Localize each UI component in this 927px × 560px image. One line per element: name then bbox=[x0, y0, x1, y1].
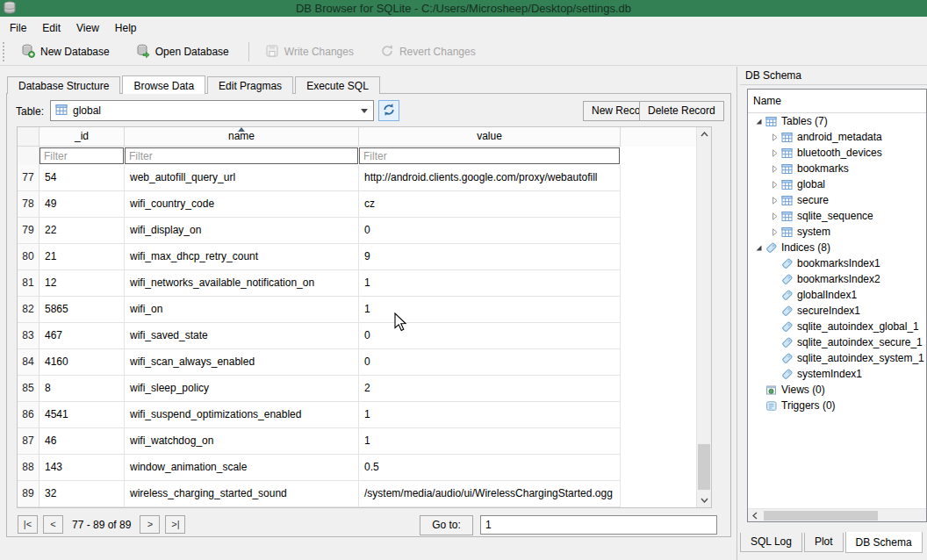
tree-item-views-0[interactable]: Views (0) bbox=[748, 382, 926, 398]
cell-value[interactable]: cz bbox=[359, 191, 621, 218]
cell-id[interactable]: 54 bbox=[40, 165, 125, 191]
table-row[interactable]: 86 4541 wifi_suspend_optimizations_enabl… bbox=[18, 402, 696, 428]
goto-button[interactable]: Go to: bbox=[420, 515, 473, 535]
db-schema-dock-title[interactable]: DB Schema bbox=[740, 68, 927, 85]
row-number[interactable]: 86 bbox=[18, 402, 40, 428]
title-bar[interactable]: DB Browser for SQLite - C:/Users/Microsh… bbox=[0, 0, 927, 17]
row-number[interactable]: 77 bbox=[18, 165, 40, 191]
cell-id[interactable]: 143 bbox=[40, 455, 125, 481]
menu-help[interactable]: Help bbox=[107, 19, 145, 37]
cell-value[interactable]: 0 bbox=[359, 218, 621, 244]
filter-input-id[interactable] bbox=[40, 147, 124, 164]
tab-edit-pragmas[interactable]: Edit Pragmas bbox=[207, 76, 293, 94]
cell-value[interactable]: 1 bbox=[359, 270, 621, 297]
cell-id[interactable]: 467 bbox=[40, 323, 125, 349]
cell-id[interactable]: 8 bbox=[40, 376, 125, 402]
table-row[interactable]: 80 21 wifi_max_dhcp_retry_count 9 bbox=[18, 244, 696, 270]
cell-id[interactable]: 12 bbox=[40, 270, 125, 297]
row-number[interactable]: 80 bbox=[18, 244, 40, 270]
cell-value[interactable]: 9 bbox=[359, 244, 621, 270]
cell-name[interactable]: window_animation_scale bbox=[125, 455, 359, 481]
scrollbar-thumb[interactable] bbox=[698, 444, 710, 490]
new-database-button[interactable]: New Database bbox=[12, 39, 119, 65]
filter-input-value[interactable] bbox=[359, 147, 620, 164]
cell-name[interactable]: wifi_max_dhcp_retry_count bbox=[125, 244, 359, 270]
cell-id[interactable]: 4160 bbox=[40, 349, 125, 376]
h-scrollbar-thumb[interactable] bbox=[764, 511, 878, 521]
last-page-button[interactable]: >| bbox=[165, 515, 185, 534]
tree-item-sqlite-autoindex-secure-1[interactable]: sqlite_autoindex_secure_1 bbox=[748, 334, 926, 350]
row-number[interactable]: 79 bbox=[18, 218, 40, 244]
row-number[interactable]: 78 bbox=[18, 191, 40, 218]
collapse-arrow-icon[interactable] bbox=[753, 244, 765, 252]
expand-arrow-icon[interactable] bbox=[769, 197, 780, 205]
tree-item-bookmarksindex2[interactable]: bookmarksIndex2 bbox=[748, 271, 926, 287]
cell-id[interactable]: 4541 bbox=[40, 402, 125, 428]
tree-item-bookmarksindex1[interactable]: bookmarksIndex1 bbox=[748, 255, 926, 271]
row-number[interactable]: 89 bbox=[18, 481, 40, 507]
row-number[interactable]: 82 bbox=[18, 297, 40, 323]
table-row[interactable]: 78 49 wifi_country_code cz bbox=[18, 191, 696, 218]
row-number[interactable]: 88 bbox=[18, 455, 40, 481]
expand-arrow-icon[interactable] bbox=[769, 133, 780, 141]
cell-id[interactable]: 5865 bbox=[40, 297, 125, 323]
tree-item-systemindex1[interactable]: systemIndex1 bbox=[748, 366, 926, 382]
filter-input-name[interactable] bbox=[125, 147, 358, 164]
cell-name[interactable]: wifi_on bbox=[125, 297, 359, 323]
goto-record-input[interactable] bbox=[480, 515, 717, 535]
tree-item-bookmarks[interactable]: bookmarks bbox=[748, 161, 926, 176]
cell-name[interactable]: wifi_networks_available_notification_on bbox=[125, 270, 359, 297]
table-row[interactable]: 89 32 wireless_charging_started_sound /s… bbox=[18, 481, 696, 507]
table-row[interactable]: 79 22 wifi_display_on 0 bbox=[18, 218, 696, 244]
column-header-name[interactable]: name bbox=[125, 127, 359, 147]
table-row[interactable]: 84 4160 wifi_scan_always_enabled 0 bbox=[18, 349, 696, 376]
tree-item-android-metadata[interactable]: android_metadata bbox=[748, 129, 926, 145]
table-row[interactable]: 87 46 wifi_watchdog_on 1 bbox=[18, 428, 696, 455]
cell-id[interactable]: 21 bbox=[40, 244, 125, 270]
cell-id[interactable]: 49 bbox=[40, 191, 125, 218]
tree-item-indices-8[interactable]: Indices (8) bbox=[748, 240, 926, 255]
cell-name[interactable]: wifi_saved_state bbox=[125, 323, 359, 349]
cell-value[interactable]: 2 bbox=[359, 376, 621, 402]
tree-item-tables-7[interactable]: Tables (7) bbox=[748, 113, 926, 129]
tree-column-header[interactable]: Name bbox=[748, 90, 926, 113]
tab-browse-data[interactable]: Browse Data bbox=[122, 75, 205, 94]
table-row[interactable]: 85 8 wifi_sleep_policy 2 bbox=[18, 376, 696, 402]
cell-value[interactable]: 1 bbox=[359, 428, 621, 455]
tab-sql-log[interactable]: SQL Log bbox=[740, 533, 802, 552]
menu-view[interactable]: View bbox=[68, 19, 107, 37]
tree-item-globalindex1[interactable]: globalIndex1 bbox=[748, 287, 926, 303]
table-row[interactable]: 83 467 wifi_saved_state 0 bbox=[18, 323, 696, 349]
cell-value[interactable]: /system/media/audio/ui/WirelessChargingS… bbox=[359, 481, 621, 507]
grid-corner-header[interactable] bbox=[18, 127, 40, 147]
row-number[interactable]: 81 bbox=[18, 270, 40, 297]
cell-name[interactable]: wifi_scan_always_enabled bbox=[125, 349, 359, 376]
tree-item-secureindex1[interactable]: secureIndex1 bbox=[748, 303, 926, 319]
cell-value[interactable]: 0 bbox=[359, 349, 621, 376]
menu-file[interactable]: File bbox=[2, 19, 34, 37]
cell-name[interactable]: wireless_charging_started_sound bbox=[125, 481, 359, 507]
cell-id[interactable]: 46 bbox=[40, 428, 125, 455]
row-number[interactable]: 87 bbox=[18, 428, 40, 455]
cell-name[interactable]: wifi_suspend_optimizations_enabled bbox=[125, 402, 359, 428]
scroll-left-icon[interactable] bbox=[748, 508, 761, 522]
write-changes-button[interactable]: Write Changes bbox=[256, 39, 363, 65]
cell-name[interactable]: wifi_sleep_policy bbox=[125, 376, 359, 402]
cell-name[interactable]: wifi_country_code bbox=[125, 191, 359, 218]
row-number[interactable]: 83 bbox=[18, 323, 40, 349]
table-row[interactable]: 88 143 window_animation_scale 0.5 bbox=[18, 455, 696, 481]
tree-item-secure[interactable]: secure bbox=[748, 192, 926, 208]
scroll-down-icon[interactable] bbox=[697, 493, 711, 507]
tree-item-bluetooth-devices[interactable]: bluetooth_devices bbox=[748, 145, 926, 161]
tab-execute-sql[interactable]: Execute SQL bbox=[295, 76, 380, 94]
scrollbar-track[interactable] bbox=[697, 141, 711, 493]
cell-id[interactable]: 32 bbox=[40, 481, 125, 507]
refresh-button[interactable] bbox=[378, 100, 399, 121]
tree-item-sqlite-autoindex-global-1[interactable]: sqlite_autoindex_global_1 bbox=[748, 319, 926, 334]
expand-arrow-icon[interactable] bbox=[769, 181, 780, 189]
expand-arrow-icon[interactable] bbox=[769, 165, 780, 173]
tree-item-sqlite-sequence[interactable]: sqlite_sequence bbox=[748, 208, 926, 224]
expand-arrow-icon[interactable] bbox=[769, 149, 780, 157]
cell-id[interactable]: 22 bbox=[40, 218, 125, 244]
collapse-arrow-icon[interactable] bbox=[753, 118, 765, 126]
